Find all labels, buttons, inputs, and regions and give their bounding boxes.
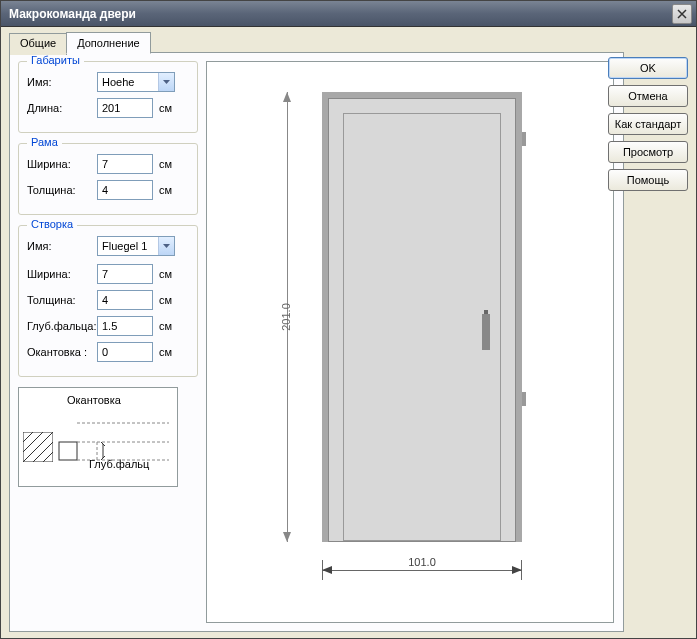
arrow-down-icon <box>283 532 291 542</box>
arrow-left-icon <box>322 566 332 574</box>
frame-thick-input[interactable] <box>97 180 153 200</box>
leaf-name-value: Fluegel 1 <box>102 240 147 252</box>
help-button[interactable]: Помощь <box>608 169 688 191</box>
dim-name-combo[interactable]: Hoehe <box>97 72 175 92</box>
preview-canvas: 201.0 101.0 <box>227 82 593 602</box>
door-leaf-graphic <box>343 113 501 541</box>
close-button[interactable] <box>672 4 692 24</box>
frame-width-unit: см <box>159 158 172 170</box>
svg-rect-1 <box>59 442 77 460</box>
frame-width-input[interactable] <box>97 154 153 174</box>
hinge-icon <box>522 392 526 406</box>
tab-panel: Габариты Имя: Hoehe Длина: см <box>9 52 624 632</box>
frame-thick-unit: см <box>159 184 172 196</box>
horizontal-dimension: 101.0 <box>322 560 522 580</box>
leaf-edging-input[interactable] <box>97 342 153 362</box>
mini-edging-label: Окантовка <box>67 394 121 406</box>
leaf-width-unit: см <box>159 268 172 280</box>
leaf-name-label: Имя: <box>27 240 97 252</box>
frame-thick-label: Толщина: <box>27 184 97 196</box>
dim-length-unit: см <box>159 102 172 114</box>
dim-length-input[interactable] <box>97 98 153 118</box>
group-dimensions-title: Габариты <box>27 54 84 66</box>
window-title: Макрокоманда двери <box>9 7 136 21</box>
group-dimensions: Габариты Имя: Hoehe Длина: см <box>18 61 198 133</box>
chevron-down-icon <box>158 73 174 91</box>
dialog-window: Макрокоманда двери Общие Дополнение Габа… <box>0 0 697 639</box>
content-area: Общие Дополнение Габариты Имя: Hoehe Дли… <box>9 31 688 630</box>
cancel-button[interactable]: Отмена <box>608 85 688 107</box>
leaf-edging-unit: см <box>159 346 172 358</box>
leaf-thick-label: Толщина: <box>27 294 97 306</box>
close-icon <box>677 9 687 19</box>
group-frame-title: Рама <box>27 136 62 148</box>
vertical-dim-value: 201.0 <box>280 303 292 331</box>
arrow-right-icon <box>512 566 522 574</box>
dim-length-label: Длина: <box>27 102 97 114</box>
ok-button[interactable]: OK <box>608 57 688 79</box>
hinge-icon <box>522 132 526 146</box>
leaf-width-label: Ширина: <box>27 268 97 280</box>
leaf-rebate-label: Глуб.фальца: <box>27 320 97 332</box>
mini-rebate-label: Глуб.фальц <box>89 458 149 470</box>
arrow-up-icon <box>283 92 291 102</box>
dim-name-label: Имя: <box>27 76 97 88</box>
leaf-thick-input[interactable] <box>97 290 153 310</box>
tab-addition[interactable]: Дополнение <box>66 32 150 54</box>
tab-general[interactable]: Общие <box>9 33 67 55</box>
titlebar: Макрокоманда двери <box>1 1 696 27</box>
leaf-rebate-input[interactable] <box>97 316 153 336</box>
door-gap-graphic <box>328 98 516 542</box>
door-preview: 201.0 101.0 <box>206 61 614 623</box>
vertical-dimension: 201.0 <box>277 92 278 542</box>
leaf-width-input[interactable] <box>97 264 153 284</box>
horizontal-dim-value: 101.0 <box>404 556 440 568</box>
group-leaf: Створка Имя: Fluegel 1 Ширина: см <box>18 225 198 377</box>
left-column: Габариты Имя: Hoehe Длина: см <box>18 61 198 487</box>
default-button[interactable]: Как стандарт <box>608 113 688 135</box>
leaf-edging-label: Окантовка : <box>27 346 97 358</box>
door-frame-graphic <box>322 92 522 542</box>
button-column: OK Отмена Как стандарт Просмотр Помощь <box>608 57 688 191</box>
tab-strip: Общие Дополнение <box>9 31 150 53</box>
dim-name-value: Hoehe <box>102 76 134 88</box>
group-frame: Рама Ширина: см Толщина: см <box>18 143 198 215</box>
leaf-thick-unit: см <box>159 294 172 306</box>
leaf-rebate-unit: см <box>159 320 172 332</box>
mini-diagram: Окантовка <box>18 387 178 487</box>
door-handle-icon <box>482 314 490 350</box>
group-leaf-title: Створка <box>27 218 77 230</box>
leaf-name-combo[interactable]: Fluegel 1 <box>97 236 175 256</box>
preview-button[interactable]: Просмотр <box>608 141 688 163</box>
frame-width-label: Ширина: <box>27 158 97 170</box>
chevron-down-icon <box>158 237 174 255</box>
